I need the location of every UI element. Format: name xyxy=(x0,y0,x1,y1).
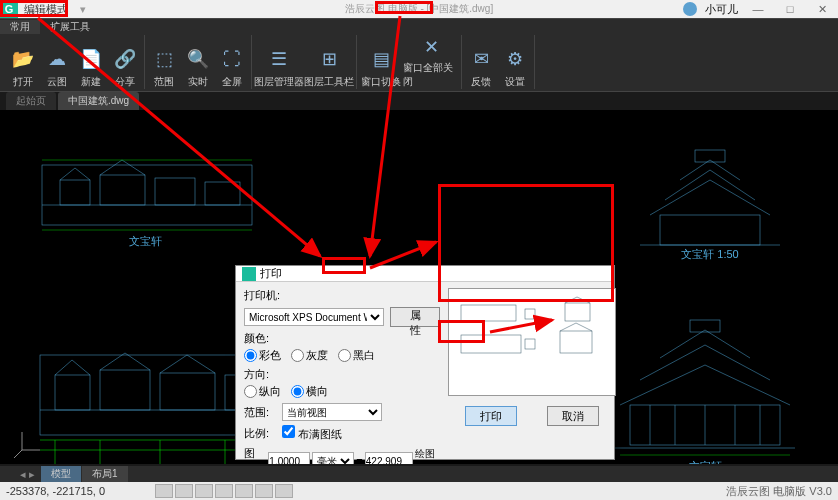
radio-bw[interactable]: 黑白 xyxy=(338,348,375,363)
gear-icon: ⚙ xyxy=(501,45,529,73)
cloud-button[interactable]: ☁云图 xyxy=(40,35,74,89)
svg-rect-14 xyxy=(55,375,90,410)
share-button[interactable]: 🔗分享 xyxy=(108,35,142,89)
status-tools xyxy=(155,484,293,498)
print-preview xyxy=(448,288,616,396)
svg-rect-8 xyxy=(660,215,760,245)
version-label: 浩辰云图 电脑版 V3.0 xyxy=(726,484,832,499)
layer-toolbar-button[interactable]: ⊞图层工具栏 xyxy=(304,35,354,89)
layer-manager-button[interactable]: ☰图层管理器 xyxy=(254,35,304,89)
window-close-all-button[interactable]: ✕窗口全部关闭 xyxy=(403,35,459,89)
drawing-canvas[interactable]: 文宝轩 文宝轩 1:50 制 1:50 xyxy=(0,110,838,464)
dialog-icon xyxy=(242,267,256,281)
fit-paper-checkbox[interactable]: 布满图纸 xyxy=(282,425,342,442)
extent-icon: ⬚ xyxy=(150,45,178,73)
realtime-button[interactable]: 🔍实时 xyxy=(181,35,215,89)
status-tool-button[interactable] xyxy=(255,484,273,498)
svg-rect-15 xyxy=(100,370,150,410)
status-tool-button[interactable] xyxy=(235,484,253,498)
printer-label: 打印机: xyxy=(244,288,282,303)
status-tool-button[interactable] xyxy=(175,484,193,498)
toolbar-icon: ⊞ xyxy=(315,45,343,73)
share-icon: 🔗 xyxy=(111,45,139,73)
svg-rect-44 xyxy=(525,339,535,349)
status-tool-button[interactable] xyxy=(275,484,293,498)
feedback-button[interactable]: ✉反馈 xyxy=(464,35,498,89)
tab-start[interactable]: 起始页 xyxy=(6,92,56,110)
svg-rect-16 xyxy=(160,373,215,410)
minimize-button[interactable]: — xyxy=(746,3,770,15)
svg-rect-3 xyxy=(100,175,145,205)
svg-rect-4 xyxy=(155,178,195,205)
scale-label: 比例: xyxy=(244,426,282,441)
radio-gray[interactable]: 灰度 xyxy=(291,348,328,363)
unit-select[interactable]: 毫米 xyxy=(312,452,354,464)
folder-icon: 📂 xyxy=(9,45,37,73)
user-name: 小可儿 xyxy=(705,2,738,17)
app-logo-icon: G xyxy=(0,0,18,18)
mode-label: 编辑模式 xyxy=(18,2,74,17)
layers-icon: ☰ xyxy=(265,45,293,73)
cancel-button[interactable]: 取消 xyxy=(547,406,599,426)
range-select[interactable]: 当前视图 xyxy=(282,403,382,421)
open-button[interactable]: 📂打开 xyxy=(6,35,40,89)
svg-text:文宝轩: 文宝轩 xyxy=(689,460,722,464)
feedback-icon: ✉ xyxy=(467,45,495,73)
coordinates: -253378, -221715, 0 xyxy=(6,485,105,497)
document-tabs: 起始页 中国建筑.dwg xyxy=(0,92,838,110)
maximize-button[interactable]: □ xyxy=(778,3,802,15)
ribbon-toolbar: 📂打开 ☁云图 📄新建 🔗分享 ⬚范围 🔍实时 ⛶全屏 ☰图层管理器 ⊞图层工具… xyxy=(0,34,838,92)
cloud-icon: ☁ xyxy=(43,45,71,73)
svg-rect-0 xyxy=(42,165,252,225)
status-tool-button[interactable] xyxy=(195,484,213,498)
svg-rect-40 xyxy=(461,305,516,321)
ribbon-tab-common[interactable]: 常用 xyxy=(0,20,40,34)
svg-rect-42 xyxy=(565,303,590,321)
dialog-title-text: 打印 xyxy=(260,266,282,281)
color-label: 颜色: xyxy=(244,331,282,346)
fullscreen-button[interactable]: ⛶全屏 xyxy=(215,35,249,89)
ribbon-tab-extend[interactable]: 扩展工具 xyxy=(40,20,100,34)
svg-rect-5 xyxy=(205,182,240,205)
status-tool-button[interactable] xyxy=(155,484,173,498)
svg-rect-2 xyxy=(60,180,90,205)
close-button[interactable]: ✕ xyxy=(810,3,834,16)
titlebar: G 编辑模式 ▾ 浩辰云图 电脑版 - [中国建筑.dwg] 小可儿 — □ ✕ xyxy=(0,0,838,18)
drawing-label: 文宝轩 xyxy=(129,235,162,247)
properties-button[interactable]: 属性 xyxy=(390,307,440,327)
settings-button[interactable]: ⚙设置 xyxy=(498,35,532,89)
svg-rect-41 xyxy=(525,309,535,319)
user-avatar-icon[interactable] xyxy=(683,2,697,16)
unit-label: 图上: xyxy=(244,446,268,464)
direction-label: 方向: xyxy=(244,367,282,382)
dialog-titlebar[interactable]: 打印 xyxy=(236,266,614,282)
paper-unit-input[interactable] xyxy=(268,452,310,464)
printer-select[interactable]: Microsoft XPS Document Writer xyxy=(244,308,384,326)
extent-button[interactable]: ⬚范围 xyxy=(147,35,181,89)
layout-tabs: ◂ ▸ 模型 布局1 xyxy=(0,466,838,482)
radio-landscape[interactable]: 横向 xyxy=(291,384,328,399)
close-all-icon: ✕ xyxy=(417,35,445,59)
window-switch-button[interactable]: ▤窗口切换 xyxy=(359,35,403,89)
svg-rect-45 xyxy=(560,331,592,353)
layout-tab-layout1[interactable]: 布局1 xyxy=(82,466,128,482)
radio-portrait[interactable]: 纵向 xyxy=(244,384,281,399)
window-title: 浩辰云图 电脑版 - [中国建筑.dwg] xyxy=(345,2,493,16)
tab-active-document[interactable]: 中国建筑.dwg xyxy=(58,92,139,110)
new-button[interactable]: 📄新建 xyxy=(74,35,108,89)
print-button[interactable]: 打印 xyxy=(465,406,517,426)
drawing-unit-input[interactable] xyxy=(365,452,413,464)
svg-rect-43 xyxy=(461,335,521,353)
fullscreen-icon: ⛶ xyxy=(218,45,246,73)
range-label: 范围: xyxy=(244,405,282,420)
new-file-icon: 📄 xyxy=(77,45,105,73)
zoom-icon: 🔍 xyxy=(184,45,212,73)
status-tool-button[interactable] xyxy=(215,484,233,498)
svg-text:文宝轩   1:50: 文宝轩 1:50 xyxy=(681,248,738,260)
statusbar: -253378, -221715, 0 浩辰云图 电脑版 V3.0 xyxy=(0,482,838,500)
radio-color[interactable]: 彩色 xyxy=(244,348,281,363)
svg-line-39 xyxy=(14,450,22,458)
ribbon-tabs: 常用 扩展工具 xyxy=(0,18,838,34)
layout-tab-model[interactable]: 模型 xyxy=(41,466,81,482)
window-switch-icon: ▤ xyxy=(367,45,395,73)
